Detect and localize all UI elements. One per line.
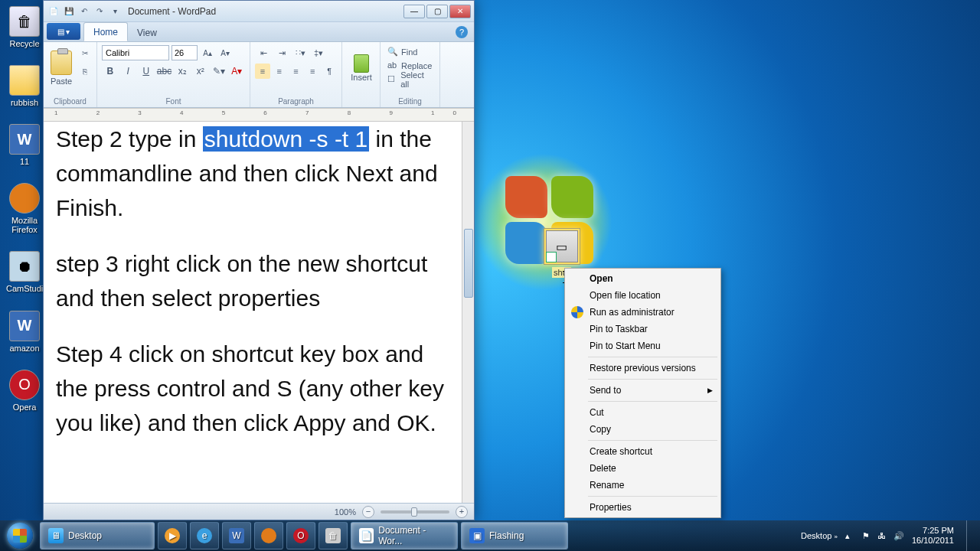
show-desktop-button[interactable] [966,520,974,551]
paste-button[interactable]: Paste [48,45,74,91]
font-family-select[interactable] [102,45,169,60]
ctx-separator [588,401,717,402]
highlight-button[interactable]: ✎▾ [211,64,227,79]
ctx-cut[interactable]: Cut [567,404,719,421]
align-right-button[interactable]: ≡ [289,64,304,79]
icon-label: CamStudio [6,284,43,293]
tray-overflow-icon[interactable]: ▴ [845,531,854,540]
ctx-pin-to-start-menu[interactable]: Pin to Start Menu [567,337,719,354]
desktop-icon-recycle-bin[interactable]: 🗑 Recycle [6,6,43,48]
cut-button[interactable]: ✂ [77,45,93,60]
maximize-button[interactable]: ▢ [426,5,448,18]
desktop-icon-amazon[interactable]: W amazon [6,311,43,353]
document-area[interactable]: Step 2 type in shutdown -s -t 1 in the c… [44,122,474,503]
underline-button[interactable]: U [138,64,155,79]
desktop-icon-camstudio[interactable]: ⏺ CamStudio [6,251,43,293]
ctx-open-file-location[interactable]: Open file location [567,287,719,304]
copy-button[interactable]: ⎘ [77,64,93,79]
shortcut-icon: ▭ [544,228,580,265]
font-size-select[interactable] [172,45,198,60]
superscript-button[interactable]: x² [192,64,209,79]
zoom-out-button[interactable]: − [362,506,374,518]
taskbar-pinned-wmp[interactable]: ▶ [158,522,187,549]
tab-home[interactable]: Home [83,22,128,41]
grow-font-button[interactable]: A▴ [200,45,215,60]
ctx-send-to[interactable]: Send to ▶ [567,382,719,399]
ctx-copy[interactable]: Copy [567,421,719,438]
start-button[interactable] [3,522,37,549]
close-button[interactable]: ✕ [449,5,471,18]
taskbar-pinned-ie[interactable]: e [190,522,219,549]
decrease-indent-button[interactable]: ⇤ [255,45,272,60]
chevron-icon: » [834,533,837,540]
desktop-icon-opera[interactable]: O Opera [6,370,43,412]
taskbar-pinned-recycle[interactable]: 🗑 [318,522,348,549]
ctx-delete[interactable]: Delete [567,460,719,477]
find-button[interactable]: 🔍 Find [385,45,435,59]
shrink-font-button[interactable]: A▾ [217,45,233,60]
ctx-run-as-administrator[interactable]: Run as administrator [567,304,719,321]
select-all-button[interactable]: ☐ Select all [385,73,435,86]
vertical-scrollbar[interactable] [462,122,474,503]
ctx-pin-to-taskbar[interactable]: Pin to Taskbar [567,321,719,337]
submenu-arrow-icon: ▶ [707,386,713,394]
minimize-button[interactable]: — [403,5,425,18]
ctx-open[interactable]: Open [567,270,719,287]
zoom-in-button[interactable]: + [456,506,468,518]
word-icon: W [229,528,244,543]
ribbon-tabs: ▤ ▾ Home View ? [44,22,474,42]
ctx-create-shortcut[interactable]: Create shortcut [567,443,719,460]
help-icon[interactable]: ? [456,26,468,38]
align-center-button[interactable]: ≡ [272,64,287,79]
taskbar-item-flashing[interactable]: ▣ Flashing [461,522,568,549]
tray-volume-icon[interactable]: 🔊 [893,531,904,541]
taskbar-item-desktop-toolbar[interactable]: 🖥 Desktop [40,522,155,549]
increase-indent-button[interactable]: ⇥ [273,45,290,60]
ctx-properties[interactable]: Properties [567,499,719,516]
justify-button[interactable]: ≡ [305,64,320,79]
scrollbar-thumb[interactable] [464,229,473,298]
font-color-button[interactable]: A▾ [229,64,246,79]
tray-network-icon[interactable]: 🖧 [877,531,886,540]
app-icon[interactable]: 📄 [47,5,60,18]
tab-view[interactable]: View [128,24,166,41]
taskbar-pinned-word[interactable]: W [222,522,251,549]
icon-label: Mozilla Firefox [6,216,43,234]
app-icon: ▣ [469,528,485,543]
ie-icon: e [197,528,212,543]
insert-button[interactable]: Insert [347,45,376,91]
qat-undo-icon[interactable]: ↶ [77,5,91,18]
group-label: Font [102,95,245,107]
desktop-icon-firefox[interactable]: Mozilla Firefox [6,183,43,234]
tray-clock[interactable]: 7:25 PM 16/10/2011 [912,526,954,546]
bold-button[interactable]: B [102,64,119,79]
file-menu-button[interactable]: ▤ ▾ [47,23,80,40]
desktop-icon-folder[interactable]: rubbish [6,65,43,107]
zoom-thumb[interactable] [411,507,417,517]
desktop-icon: 🖥 [48,528,64,543]
qat-save-icon[interactable]: 💾 [62,5,76,18]
tray-desktop-toolbar[interactable]: Desktop » [801,531,838,540]
title-bar[interactable]: 📄 💾 ↶ ↷ ▾ Document - WordPad — ▢ ✕ [44,1,474,22]
zoom-level: 100% [335,507,356,517]
bullets-button[interactable]: ∷▾ [292,45,309,60]
desktop-icon-word-doc[interactable]: W 11 [6,124,43,166]
ctx-restore-previous-versions[interactable]: Restore previous versions [567,360,719,377]
paragraph-button[interactable]: ¶ [322,64,337,79]
italic-button[interactable]: I [120,64,137,79]
taskbar-item-wordpad[interactable]: 📄 Document - Wor... [351,522,458,549]
ctx-rename[interactable]: Rename [567,477,719,494]
qat-redo-icon[interactable]: ↷ [93,5,106,18]
ruler[interactable]: 1 2 3 4 5 6 7 8 9 10 11 12 13 14 15 [44,108,474,122]
zoom-slider[interactable] [381,510,449,514]
subscript-button[interactable]: x₂ [175,64,191,79]
taskbar-pinned-firefox[interactable] [254,522,283,549]
align-left-button[interactable]: ≡ [255,64,270,79]
word-icon: W [9,311,40,341]
tray-flag-icon[interactable]: ⚑ [862,531,870,541]
opera-icon: O [9,370,40,400]
taskbar-pinned-opera[interactable]: O [286,522,315,549]
qat-dropdown-icon[interactable]: ▾ [108,5,122,18]
line-spacing-button[interactable]: ‡▾ [310,45,327,60]
strikethrough-button[interactable]: abc [156,64,173,79]
